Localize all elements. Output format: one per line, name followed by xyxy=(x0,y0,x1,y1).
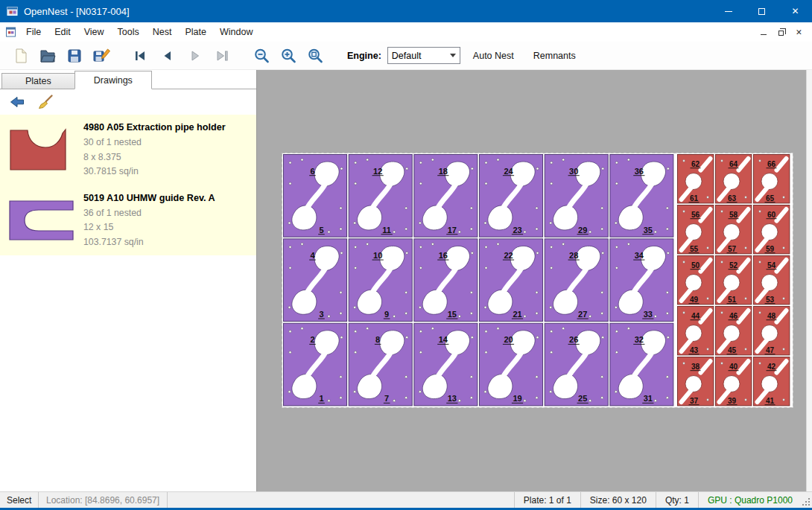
new-document-button[interactable] xyxy=(7,44,34,68)
svg-text:49: 49 xyxy=(690,296,699,304)
drawing-nested-count: 36 of 1 nested xyxy=(83,206,252,221)
svg-text:26: 26 xyxy=(569,335,578,344)
svg-text:31: 31 xyxy=(644,394,653,403)
new-document-icon xyxy=(12,47,30,65)
zoom-fit-button[interactable] xyxy=(302,44,329,68)
maximize-button[interactable] xyxy=(745,0,778,22)
svg-text:20: 20 xyxy=(504,335,513,344)
tab-drawings[interactable]: Drawings xyxy=(74,71,152,89)
svg-text:46: 46 xyxy=(729,312,738,320)
menu-item-nest[interactable]: Nest xyxy=(146,23,179,41)
mdi-minimize-icon xyxy=(761,34,767,35)
svg-text:58: 58 xyxy=(729,211,738,219)
status-plate: Plate: 1 of 1 xyxy=(514,492,580,508)
drawing-item-uhmw-guide[interactable]: 5019 A10 UHMW guide Rev. A 36 of 1 neste… xyxy=(0,185,256,256)
mdi-minimize-button[interactable] xyxy=(756,26,770,39)
svg-text:66: 66 xyxy=(767,160,776,168)
drawing-title: 5019 A10 UHMW guide Rev. A xyxy=(83,193,252,203)
nest-canvas[interactable]: 6512111817242330293635431091615222128273… xyxy=(257,70,812,491)
tab-plates[interactable]: Plates xyxy=(1,73,75,89)
mdi-window-controls: ✕ xyxy=(756,26,812,39)
drawing-dimensions: 12 x 15 xyxy=(83,220,252,235)
svg-text:54: 54 xyxy=(767,261,776,270)
back-arrow-button[interactable] xyxy=(6,92,28,112)
status-gpu: GPU : Quadro P1000 xyxy=(698,492,802,508)
caption-buttons: ✕ xyxy=(711,0,812,22)
mdi-close-button[interactable]: ✕ xyxy=(792,26,806,39)
svg-text:45: 45 xyxy=(728,346,737,354)
status-location: Location: [84.8696, 60.6957] xyxy=(39,492,168,508)
svg-text:8: 8 xyxy=(375,335,380,344)
save-as-button[interactable] xyxy=(88,44,115,68)
next-plate-button[interactable] xyxy=(182,44,209,68)
zoom-out-icon xyxy=(253,47,272,65)
status-mode: Select xyxy=(0,492,39,508)
svg-text:52: 52 xyxy=(729,261,738,270)
zoom-fit-icon xyxy=(306,47,326,65)
drawings-toolbar xyxy=(0,89,256,115)
sidebar-tabstrip: Plates Drawings xyxy=(0,70,256,89)
maximize-icon xyxy=(758,8,765,15)
mdi-restore-button[interactable] xyxy=(774,26,788,39)
last-plate-button[interactable] xyxy=(209,44,235,68)
svg-text:57: 57 xyxy=(728,245,737,253)
svg-text:25: 25 xyxy=(578,394,587,403)
document-window-icon xyxy=(5,26,17,38)
auto-nest-button[interactable]: Auto Nest xyxy=(466,46,521,66)
opennest-window: OpenNest - [N0317-004] ✕ File Edit View … xyxy=(0,0,812,510)
menu-bar: File Edit View Tools Nest Plate Window ✕ xyxy=(0,22,812,42)
svg-text:35: 35 xyxy=(644,226,653,235)
menu-item-tools[interactable]: Tools xyxy=(111,23,146,41)
clear-button[interactable] xyxy=(34,92,57,112)
drawing-dimensions: 8 x 8.375 xyxy=(83,150,252,165)
svg-text:38: 38 xyxy=(691,363,700,371)
minimize-icon xyxy=(725,11,732,12)
next-plate-icon xyxy=(185,47,205,65)
menu-item-edit[interactable]: Edit xyxy=(48,23,77,41)
drawing-item-extraction-pipe-holder[interactable]: 4980 A05 Extraction pipe holder 30 of 1 … xyxy=(0,115,256,185)
mdi-restore-icon xyxy=(778,31,784,36)
zoom-in-button[interactable] xyxy=(276,44,302,68)
mdi-close-icon: ✕ xyxy=(796,28,802,36)
previous-plate-button[interactable] xyxy=(155,44,182,68)
svg-text:7: 7 xyxy=(384,394,389,403)
engine-combobox[interactable]: Default xyxy=(387,47,460,64)
zoom-out-button[interactable] xyxy=(249,44,276,68)
svg-text:44: 44 xyxy=(691,312,700,320)
svg-text:50: 50 xyxy=(691,261,700,270)
menu-item-file[interactable]: File xyxy=(19,23,48,41)
minimize-button[interactable] xyxy=(711,0,745,22)
svg-text:22: 22 xyxy=(504,251,513,260)
close-icon: ✕ xyxy=(791,6,799,16)
svg-text:55: 55 xyxy=(690,245,699,253)
svg-text:27: 27 xyxy=(578,310,587,319)
svg-text:64: 64 xyxy=(729,160,738,168)
main-toolbar: Engine: Default Auto Nest Remnants xyxy=(0,42,812,70)
menu-item-plate[interactable]: Plate xyxy=(178,23,213,41)
svg-text:23: 23 xyxy=(513,226,521,235)
svg-text:19: 19 xyxy=(513,394,521,403)
drawing-nested-count: 30 of 1 nested xyxy=(83,136,252,150)
svg-text:29: 29 xyxy=(578,226,587,235)
svg-text:40: 40 xyxy=(729,363,738,371)
svg-text:1: 1 xyxy=(319,394,323,403)
nest-plate[interactable]: 6512111817242330293635431091615222128273… xyxy=(282,153,793,408)
resize-grip-icon[interactable] xyxy=(802,492,812,508)
first-plate-icon xyxy=(132,47,151,65)
open-file-button[interactable] xyxy=(34,44,61,68)
svg-text:18: 18 xyxy=(439,167,448,176)
vertical-scrollbar[interactable] xyxy=(806,70,812,491)
save-button[interactable] xyxy=(61,44,88,68)
svg-text:12: 12 xyxy=(373,167,382,176)
svg-text:28: 28 xyxy=(569,251,578,260)
svg-text:63: 63 xyxy=(728,194,737,203)
svg-text:21: 21 xyxy=(513,310,521,319)
svg-text:37: 37 xyxy=(690,397,699,405)
close-button[interactable]: ✕ xyxy=(778,0,812,22)
first-plate-button[interactable] xyxy=(128,44,155,68)
menu-item-view[interactable]: View xyxy=(77,23,111,41)
part-thumbnail-red xyxy=(7,121,77,179)
menu-item-window[interactable]: Window xyxy=(213,23,259,41)
save-as-icon xyxy=(92,47,111,65)
remnants-button[interactable]: Remnants xyxy=(527,46,583,66)
